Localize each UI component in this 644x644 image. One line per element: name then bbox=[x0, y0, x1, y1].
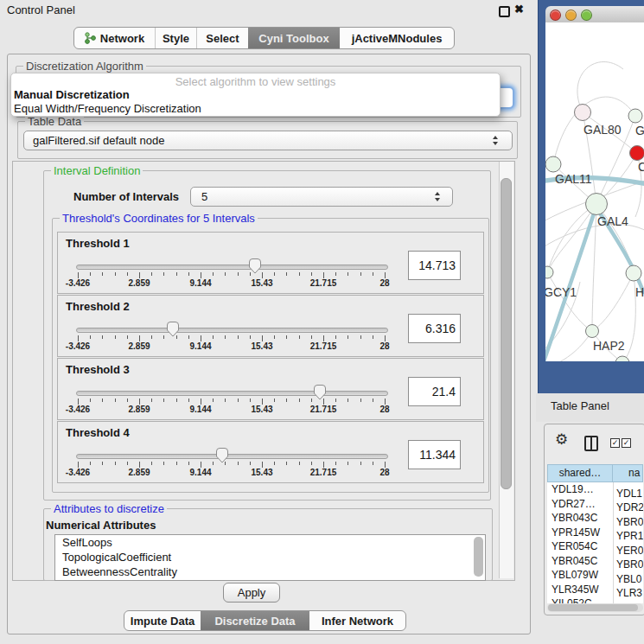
column-split-icon[interactable] bbox=[584, 436, 598, 451]
apply-button[interactable]: Apply bbox=[223, 583, 280, 603]
checkbox-checked-icon[interactable]: ✓ bbox=[622, 438, 631, 448]
gear-icon[interactable]: ⚙ bbox=[555, 432, 568, 447]
window-restore-icon[interactable] bbox=[499, 6, 510, 17]
horizontal-scrollbar[interactable] bbox=[547, 603, 643, 612]
minor-tick bbox=[373, 335, 373, 339]
attribute-item-selfloops[interactable]: SelfLoops bbox=[55, 535, 485, 550]
minor-tick bbox=[90, 462, 91, 465]
table-row[interactable]: YBR043CYBR0 bbox=[547, 511, 643, 526]
spinner-up-icon bbox=[435, 192, 440, 195]
network-node[interactable] bbox=[586, 325, 599, 338]
tab-impute-data[interactable]: Impute Data bbox=[124, 611, 201, 630]
minor-tick bbox=[225, 399, 226, 402]
threshold-value-field[interactable]: 6.316 bbox=[408, 314, 461, 343]
network-edge[interactable] bbox=[592, 273, 634, 331]
vertical-scrollbar-thumb[interactable] bbox=[501, 178, 512, 489]
tab-select[interactable]: Select bbox=[196, 28, 248, 48]
major-tick bbox=[385, 272, 386, 278]
table-row[interactable]: YPR145WYPR1 bbox=[547, 526, 643, 540]
tab-style[interactable]: Style bbox=[155, 28, 196, 48]
threshold-label: Threshold 4 bbox=[66, 426, 130, 439]
network-node[interactable] bbox=[630, 146, 644, 161]
tab-network[interactable]: Network bbox=[74, 28, 155, 48]
major-tick bbox=[262, 399, 263, 405]
network-node[interactable] bbox=[545, 156, 561, 172]
attribute-item-topologicalcoefficient[interactable]: TopologicalCoefficient bbox=[55, 550, 485, 564]
network-graph: GAL80GACGAL11GAL4GCY1HHAP2 bbox=[545, 22, 644, 361]
table-row[interactable]: YER054CYER0 bbox=[547, 539, 643, 554]
threshold-value-field[interactable]: 14.713 bbox=[408, 251, 461, 280]
network-node[interactable] bbox=[586, 194, 608, 215]
popup-item-manual-discretization[interactable]: Manual Discretization bbox=[11, 88, 500, 102]
number-of-intervals-combobox[interactable]: 5 bbox=[190, 187, 453, 207]
tab-discretize-data[interactable]: Discretize Data bbox=[201, 611, 309, 630]
number-of-intervals-label: Number of Intervals bbox=[73, 190, 179, 203]
tab-infer-network[interactable]: Infer Network bbox=[309, 611, 405, 630]
tick-label: 9.144 bbox=[178, 468, 223, 477]
numerical-attributes-label: Numerical Attributes bbox=[46, 519, 156, 532]
table-row[interactable]: YDL19…YDL1 bbox=[547, 482, 643, 497]
attribute-item-betweennesscentrality[interactable]: BetweennessCentrality bbox=[55, 564, 485, 579]
traffic-light-minimize-icon[interactable] bbox=[565, 10, 577, 21]
table-data-combobox[interactable]: galFiltered.sif default node bbox=[23, 131, 513, 150]
network-node[interactable] bbox=[628, 109, 642, 123]
network-edge[interactable] bbox=[547, 204, 596, 272]
minor-tick bbox=[335, 272, 336, 276]
popup-item-equal-width-frequency-discretization[interactable]: Equal Width/Frequency Discretization bbox=[11, 102, 500, 116]
tab-jactivemnodules[interactable]: jActiveMNodules bbox=[340, 28, 454, 48]
horizontal-scrollbar-thumb[interactable] bbox=[548, 604, 638, 611]
network-node[interactable] bbox=[575, 105, 591, 121]
minor-tick bbox=[225, 272, 226, 276]
slider-track[interactable] bbox=[76, 265, 388, 270]
cell-shared-name: YLR345W bbox=[547, 583, 614, 597]
network-node[interactable] bbox=[615, 356, 629, 361]
network-window-titlebar[interactable] bbox=[545, 6, 644, 23]
major-tick bbox=[323, 462, 324, 468]
tick-label: 2.859 bbox=[117, 468, 162, 477]
traffic-light-close-icon[interactable] bbox=[550, 10, 561, 21]
threshold-value-field[interactable]: 21.4 bbox=[408, 377, 461, 406]
combo-arrows-icon[interactable] bbox=[493, 136, 500, 145]
checkbox-checked-icon[interactable]: ✓ bbox=[610, 438, 620, 448]
slider-track[interactable] bbox=[76, 391, 388, 396]
threshold-label: Threshold 3 bbox=[66, 363, 130, 376]
window-close-icon[interactable]: ✖ bbox=[514, 3, 524, 16]
tick-label: 2.859 bbox=[117, 278, 162, 288]
combo-arrows-icon[interactable] bbox=[435, 192, 442, 201]
slider-thumb[interactable] bbox=[313, 384, 327, 400]
network-canvas[interactable]: GAL80GACGAL11GAL4GCY1HHAP2 bbox=[545, 22, 644, 361]
minor-tick bbox=[176, 399, 177, 402]
traffic-light-zoom-icon[interactable] bbox=[581, 10, 592, 21]
column-header-shared-name[interactable]: shared… bbox=[547, 464, 613, 482]
tick-label: 9.144 bbox=[178, 341, 223, 351]
minor-tick bbox=[250, 462, 251, 465]
minor-tick bbox=[163, 335, 164, 339]
tick-label: 28 bbox=[362, 341, 407, 351]
network-node-label: GA bbox=[635, 124, 644, 137]
combo-value: 5 bbox=[201, 190, 207, 203]
tab-cyni-toolbox[interactable]: Cyni Toolbox bbox=[248, 28, 340, 48]
table-row[interactable]: YIL052CYIL0 bbox=[547, 596, 643, 603]
slider-thumb[interactable] bbox=[248, 258, 262, 274]
table-row[interactable]: YBL079WYBL0 bbox=[547, 568, 643, 583]
slider-track[interactable] bbox=[76, 454, 388, 459]
network-node[interactable] bbox=[545, 266, 553, 278]
table-row[interactable]: YLR345WYLR3 bbox=[547, 583, 643, 597]
major-tick bbox=[201, 335, 201, 341]
major-tick bbox=[201, 399, 201, 405]
major-tick bbox=[78, 335, 79, 341]
slider-track[interactable] bbox=[76, 328, 388, 333]
threshold-value-field[interactable]: 11.344 bbox=[408, 440, 461, 469]
slider-thumb[interactable] bbox=[215, 447, 229, 463]
minor-tick bbox=[286, 399, 287, 402]
minor-tick bbox=[102, 272, 103, 276]
network-node[interactable] bbox=[626, 265, 641, 281]
slider-thumb[interactable] bbox=[166, 321, 180, 337]
table-row[interactable]: YBR045CYBR0 bbox=[547, 554, 643, 569]
list-scrollbar-thumb[interactable] bbox=[474, 537, 483, 577]
column-header-name[interactable]: na bbox=[613, 464, 643, 482]
network-edge[interactable] bbox=[592, 204, 596, 331]
tick-label: -3.426 bbox=[55, 405, 100, 414]
table-row[interactable]: YDR27…YDR2 bbox=[547, 497, 643, 512]
numerical-attributes-list[interactable]: SelfLoopsTopologicalCoefficientBetweenne… bbox=[54, 534, 486, 581]
